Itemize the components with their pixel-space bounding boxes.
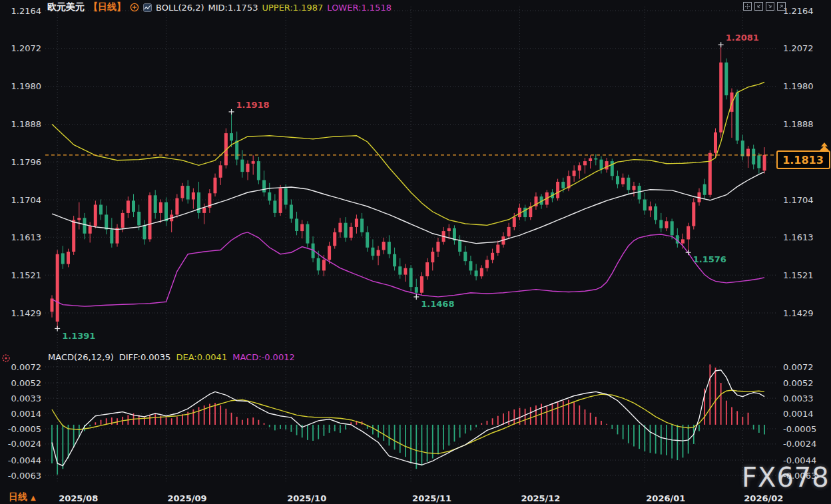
boll-upper-value: UPPER:1.1987	[262, 3, 323, 13]
date-tick: 2025/09	[168, 493, 207, 503]
period-selector[interactable]: 日线 ▲	[9, 491, 36, 503]
price-annotations: 1.13911.19181.14681.15761.2081	[55, 33, 759, 340]
pane-toolbar	[743, 1, 786, 9]
dropdown-arrow-icon: ▲	[31, 494, 36, 501]
axis-tick: 1.1521	[11, 270, 42, 280]
axis-tick: 0.0014	[783, 409, 814, 419]
price-annotation: 1.1576	[693, 254, 726, 264]
boll-lower-value: LOWER:1.1518	[327, 3, 392, 13]
axis-tick: 1.1429	[783, 308, 814, 318]
axis-tick: -0.0005	[783, 424, 816, 434]
axis-tick: 1.1521	[783, 270, 814, 280]
axis-tick: 1.2072	[11, 43, 42, 53]
price-annotation: 1.2081	[726, 33, 759, 43]
axis-tick: 0.0072	[11, 362, 42, 372]
axis-tick: -0.0024	[783, 439, 816, 449]
axis-tick: 1.2072	[783, 43, 814, 53]
boll-mid-value: MID:1.1753	[208, 3, 258, 13]
boll-label: BOLL(26,2)	[156, 3, 204, 13]
macd-panel-icon[interactable]	[1, 353, 11, 366]
date-tick: 2025/10	[287, 493, 326, 503]
date-tick: 2025/12	[521, 493, 560, 503]
axis-tick: 0.0052	[11, 378, 42, 388]
macd-diff-value: DIFF:0.0035	[119, 352, 171, 362]
symbol-title: 欧元美元	[47, 1, 85, 13]
period-label: 日线	[9, 491, 27, 503]
axis-tick: 0.0014	[11, 409, 42, 419]
add-indicator-icon[interactable]	[130, 3, 139, 12]
axis-tick: 1.2164	[783, 6, 814, 16]
date-tick: 2026/01	[646, 493, 685, 503]
indicator-chart-icon[interactable]	[143, 3, 152, 12]
date-tick: 2026/02	[744, 493, 783, 503]
price-annotation: 1.1468	[421, 299, 454, 309]
axis-tick: 1.1980	[11, 81, 42, 91]
trading-app: { "header": { "symbol": "欧元美元", "period_…	[0, 0, 831, 504]
axis-tick: 1.1796	[11, 157, 42, 167]
axis-tick: 1.1613	[11, 232, 42, 242]
date-tick: 2025/11	[412, 493, 451, 503]
macd-label: MACD(26,12,9)	[48, 352, 114, 362]
boll-lower-line	[52, 232, 764, 306]
move-pane-up-icon[interactable]	[777, 1, 786, 9]
axis-tick: -0.0005	[8, 424, 41, 434]
boll-upper-line	[52, 83, 764, 226]
dock-pane-icon[interactable]	[754, 1, 763, 9]
price-annotation: 1.1391	[62, 331, 95, 341]
axis-tick: -0.0024	[8, 439, 41, 449]
last-price-box[interactable]: 1.1813	[777, 142, 830, 168]
main-indicator-header: 欧元美元 【日线】 BOLL(26,2) MID:1.1753 UPPER:1.…	[47, 1, 392, 13]
axis-tick: 1.1704	[783, 195, 814, 205]
axis-tick: 1.1888	[783, 119, 814, 129]
period-tag[interactable]: 【日线】	[89, 1, 126, 13]
candles-layer[interactable]	[51, 45, 766, 328]
chart-canvas[interactable]: 1.13911.19181.14681.15761.20811.21641.21…	[0, 0, 831, 504]
axis-tick: 0.0033	[783, 393, 814, 403]
macd-histogram	[52, 364, 764, 474]
axis-tick: 1.1704	[11, 195, 42, 205]
watermark: FX678	[742, 462, 830, 493]
move-pane-icon[interactable]	[743, 1, 752, 9]
axis-tick: 1.1613	[783, 232, 814, 242]
last-price-value: 1.1813	[782, 154, 824, 166]
date-tick: 2025/08	[59, 493, 98, 503]
axis-tick: 1.1888	[11, 119, 42, 129]
axis-tick: 1.2164	[11, 6, 42, 16]
macd-indicator-header: MACD(26,12,9) DIFF:0.0035 DEA:0.0041 MAC…	[48, 352, 295, 362]
axis-tick: 0.0052	[783, 378, 814, 388]
axis-tick: -0.0044	[8, 455, 41, 465]
axis-tick: 0.0033	[11, 393, 42, 403]
macd-dea-value: DEA:0.0041	[176, 352, 227, 362]
gridlines	[45, 7, 776, 482]
boll-mid-line	[52, 172, 764, 244]
move-pane-down-icon[interactable]	[766, 1, 774, 9]
axis-tick: -0.0063	[8, 471, 41, 481]
axis-tick: 1.1980	[783, 81, 814, 91]
macd-macd-value: MACD:-0.0012	[232, 352, 295, 362]
axis-tick: 1.1429	[11, 308, 42, 318]
axis-tick: 0.0072	[783, 362, 814, 372]
price-annotation: 1.1918	[236, 100, 270, 110]
